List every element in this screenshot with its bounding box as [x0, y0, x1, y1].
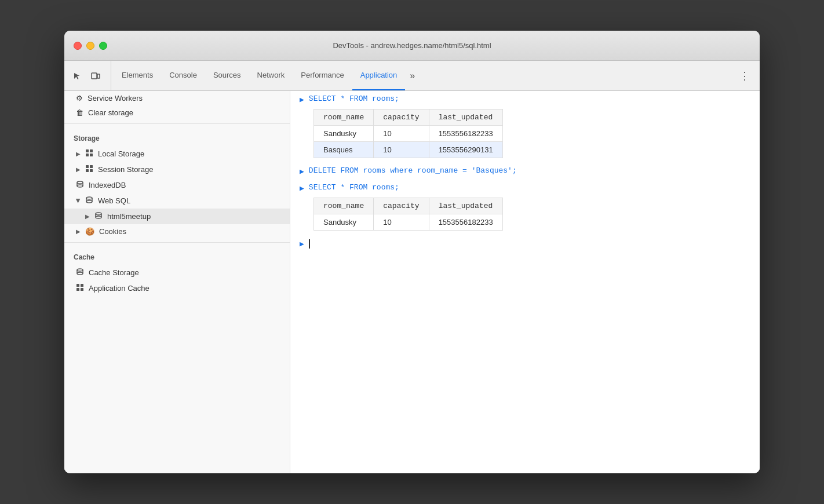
- svg-rect-2: [86, 149, 89, 152]
- tab-bar: Elements Console Sources Network Perform…: [64, 61, 760, 91]
- cell-capacity: 10: [374, 142, 429, 158]
- storage-section-header: Storage: [64, 127, 290, 146]
- sidebar-item-cache-storage[interactable]: Cache Storage: [64, 265, 290, 280]
- svg-rect-28: [76, 288, 79, 291]
- grid-icon-appcache: [76, 283, 84, 293]
- cell-room-name: Sandusky: [314, 126, 374, 142]
- col-header-last-updated-2: last_updated: [429, 198, 502, 214]
- svg-rect-7: [90, 165, 93, 168]
- divider-2: [64, 242, 290, 243]
- sidebar-item-application-cache[interactable]: Application Cache: [64, 280, 290, 296]
- grid-icon-session: [85, 165, 93, 174]
- main-content: ⚙ Service Workers 🗑 Clear storage Storag…: [64, 91, 760, 473]
- table-row: Basques 10 1553556290131: [314, 142, 503, 158]
- sidebar-item-session-storage[interactable]: ▶ Session Storage: [64, 162, 290, 177]
- tab-sources[interactable]: Sources: [205, 61, 249, 90]
- expand-arrow-1[interactable]: ▶: [300, 95, 304, 104]
- svg-rect-3: [90, 149, 93, 152]
- sql-query-1-line: ▶ SELECT * FROM rooms;: [290, 91, 760, 108]
- cell-room-name: Basques: [314, 142, 374, 158]
- col-header-room-name-1: room_name: [314, 109, 374, 126]
- svg-point-18: [96, 213, 101, 215]
- svg-point-21: [96, 216, 101, 218]
- maximize-button[interactable]: [99, 42, 107, 50]
- device-toggle-icon[interactable]: [87, 68, 104, 84]
- cookie-icon: 🍪: [85, 227, 94, 236]
- sql-cursor-line[interactable]: ▶: [290, 235, 760, 252]
- sql-panel[interactable]: ▶ SELECT * FROM rooms; room_name capacit…: [290, 91, 760, 473]
- svg-point-10: [77, 181, 83, 184]
- svg-rect-29: [81, 288, 83, 291]
- tab-application[interactable]: Application: [352, 61, 406, 90]
- cell-last-updated: 1553556182233: [429, 126, 502, 142]
- minimize-button[interactable]: [86, 42, 94, 50]
- svg-point-25: [77, 272, 83, 275]
- cell-capacity: 10: [374, 214, 429, 231]
- db-icon-html5meetup: [94, 211, 103, 221]
- sql-query-3-text: SELECT * FROM rooms;: [309, 183, 399, 192]
- db-icon-cache: [76, 268, 84, 277]
- cell-last-updated: 1553556290131: [429, 142, 502, 158]
- col-header-last-updated-1: last_updated: [429, 109, 502, 126]
- svg-rect-5: [90, 154, 93, 156]
- svg-point-22: [77, 269, 83, 271]
- grid-icon-local: [85, 149, 93, 159]
- divider-1: [64, 123, 290, 124]
- table-row: Sandusky 10 1553556182233: [314, 126, 503, 142]
- chevron-right-icon: ▶: [76, 151, 81, 157]
- sql-query-1-text: SELECT * FROM rooms;: [309, 94, 399, 103]
- trash-icon: 🗑: [76, 108, 83, 117]
- expand-arrow-3[interactable]: ▶: [300, 184, 304, 193]
- sidebar-item-websql[interactable]: ▶ Web SQL: [64, 193, 290, 209]
- tab-console[interactable]: Console: [161, 61, 205, 90]
- db-icon-websql: [85, 196, 93, 206]
- chevron-right-icon-cookies: ▶: [76, 228, 81, 235]
- chevron-right-icon-html5: ▶: [85, 213, 90, 220]
- sidebar-item-indexeddb[interactable]: IndexedDB: [64, 177, 290, 193]
- col-header-room-name-2: room_name: [314, 198, 374, 214]
- cell-capacity: 10: [374, 126, 429, 142]
- chevron-down-icon-websql: ▶: [75, 199, 82, 203]
- cell-room-name: Sandusky: [314, 214, 374, 231]
- db-icon-indexeddb: [76, 180, 84, 190]
- svg-rect-8: [86, 169, 89, 172]
- more-tabs-button[interactable]: »: [405, 61, 420, 90]
- cell-last-updated: 1553556182233: [429, 214, 502, 231]
- tab-network[interactable]: Network: [249, 61, 293, 90]
- devtools-menu-button[interactable]: ⋮: [735, 61, 755, 90]
- close-button[interactable]: [74, 42, 82, 50]
- sql-query-2-line: ▶ DELETE FROM rooms where room_name = 'B…: [290, 163, 760, 180]
- tab-performance[interactable]: Performance: [293, 61, 352, 90]
- tab-bar-left-controls: [69, 61, 111, 90]
- sidebar: ⚙ Service Workers 🗑 Clear storage Storag…: [64, 91, 290, 473]
- sql-table-2: room_name capacity last_updated Sandusky…: [313, 198, 503, 231]
- service-workers-icon: ⚙: [76, 94, 83, 103]
- col-header-capacity-2: capacity: [374, 198, 429, 214]
- sidebar-item-local-storage[interactable]: ▶ Local Storage: [64, 146, 290, 162]
- title-bar: DevTools - andrew.hedges.name/html5/sql.…: [64, 31, 760, 61]
- tab-elements[interactable]: Elements: [114, 61, 161, 90]
- text-cursor: [309, 239, 310, 249]
- traffic-lights: [74, 42, 107, 50]
- prompt-arrow: ▶: [300, 239, 304, 249]
- window-title: DevTools - andrew.hedges.name/html5/sql.…: [333, 41, 491, 50]
- sidebar-item-html5meetup[interactable]: ▶ html5meetup: [64, 209, 290, 224]
- sql-query-3-line: ▶ SELECT * FROM rooms;: [290, 180, 760, 196]
- col-header-capacity-1: capacity: [374, 109, 429, 126]
- svg-point-14: [86, 197, 92, 199]
- cursor-icon[interactable]: [69, 68, 85, 84]
- sidebar-item-cookies[interactable]: ▶ 🍪 Cookies: [64, 224, 290, 239]
- svg-rect-1: [97, 74, 100, 78]
- chevron-right-icon-session: ▶: [76, 166, 81, 173]
- svg-rect-6: [86, 165, 89, 168]
- svg-rect-26: [76, 284, 79, 287]
- sql-table-1: room_name capacity last_updated Sandusky…: [313, 109, 503, 158]
- sql-query-2-text: DELETE FROM rooms where room_name = 'Bas…: [309, 166, 517, 175]
- svg-rect-9: [90, 169, 93, 172]
- devtools-window: DevTools - andrew.hedges.name/html5/sql.…: [64, 31, 760, 473]
- table-row: Sandusky 10 1553556182233: [314, 214, 503, 231]
- sidebar-item-clear-storage[interactable]: 🗑 Clear storage: [64, 105, 290, 120]
- sidebar-item-service-workers[interactable]: ⚙ Service Workers: [64, 91, 290, 105]
- svg-point-17: [86, 200, 92, 203]
- expand-arrow-2[interactable]: ▶: [300, 167, 304, 176]
